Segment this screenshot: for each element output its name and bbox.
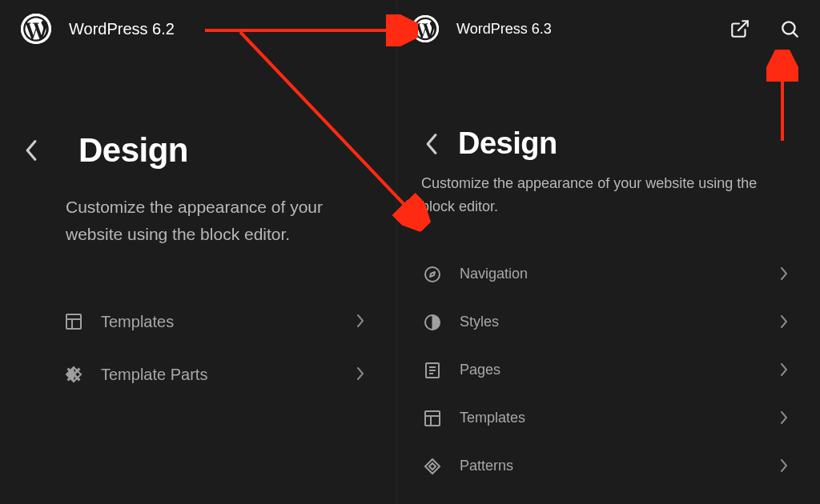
page-title: Design: [458, 126, 557, 161]
chevron-right-icon: [780, 267, 794, 282]
pages-icon: [421, 359, 444, 382]
wordpress-logo-icon[interactable]: [412, 15, 439, 42]
chevron-right-icon: [780, 459, 794, 474]
menu-item-label: Templates: [460, 410, 764, 426]
pane-wp-6-2: WordPress 6.2 Design Customize the appea…: [0, 0, 396, 504]
chevron-right-icon: [356, 314, 371, 329]
svg-rect-17: [425, 411, 440, 426]
chevron-right-icon: [780, 315, 794, 330]
back-button[interactable]: [21, 140, 42, 161]
menu-item-label: Styles: [460, 314, 764, 330]
search-button[interactable]: [774, 13, 806, 45]
back-button[interactable]: [421, 134, 442, 154]
design-menu: Templates Template Parts: [26, 295, 371, 401]
styles-icon: [421, 311, 444, 334]
page-subtitle: Customize the appearance of your website…: [29, 194, 365, 247]
wordpress-logo-icon[interactable]: [21, 14, 51, 44]
menu-item-navigation[interactable]: Navigation: [421, 250, 794, 298]
navigation-icon: [421, 263, 444, 286]
chevron-right-icon: [780, 411, 794, 426]
menu-item-label: Pages: [460, 362, 764, 378]
pane-wp-6-3: WordPress 6.3 Design Customize the appea…: [396, 0, 820, 504]
menu-item-label: Template Parts: [101, 366, 340, 384]
version-label: WordPress 6.2: [69, 20, 175, 38]
version-label: WordPress 6.3: [456, 21, 552, 38]
open-site-button[interactable]: [724, 13, 756, 45]
templates-icon: [421, 407, 444, 430]
chevron-right-icon: [356, 367, 371, 382]
patterns-icon: [421, 455, 444, 478]
page-title: Design: [78, 131, 188, 170]
menu-item-styles[interactable]: Styles: [421, 298, 794, 346]
menu-item-templates[interactable]: Templates: [62, 295, 371, 348]
menu-item-patterns[interactable]: Patterns: [421, 442, 794, 490]
menu-item-label: Navigation: [460, 266, 764, 282]
template-parts-icon: [62, 363, 85, 386]
menu-item-pages[interactable]: Pages: [421, 346, 794, 394]
design-menu: Navigation Styles Pages: [421, 250, 794, 490]
chevron-right-icon: [780, 363, 794, 378]
svg-point-11: [425, 267, 440, 282]
svg-line-8: [738, 21, 748, 30]
page-subtitle: Customize the appearance of your website…: [421, 172, 758, 218]
menu-item-label: Patterns: [460, 458, 764, 474]
menu-item-template-parts[interactable]: Template Parts: [62, 348, 371, 401]
templates-icon: [62, 310, 85, 333]
svg-line-10: [794, 33, 798, 37]
menu-item-label: Templates: [101, 313, 340, 331]
topbar-left: WordPress 6.2: [0, 0, 396, 58]
menu-item-templates[interactable]: Templates: [421, 394, 794, 442]
topbar-right: WordPress 6.3: [397, 0, 820, 58]
svg-rect-1: [66, 314, 81, 329]
